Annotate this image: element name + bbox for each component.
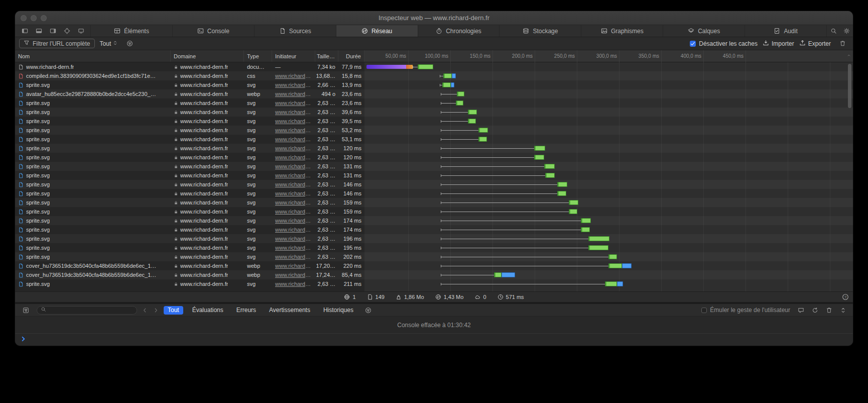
request-initiator-link[interactable]: www.richard-d… bbox=[275, 154, 312, 160]
request-initiator-link[interactable]: www.richard-d… bbox=[275, 272, 312, 278]
tab-chronologies[interactable]: Chronologies bbox=[418, 25, 500, 37]
reload-button[interactable] bbox=[809, 305, 821, 316]
previous-result-button[interactable] bbox=[142, 307, 148, 314]
request-initiator-link[interactable]: www.richard-d… bbox=[275, 227, 312, 233]
column-header-initiator[interactable]: Initiateur bbox=[272, 50, 315, 62]
table-row[interactable]: sprite.svgwww.richard-dern.frsvgwww.rich… bbox=[15, 189, 853, 198]
table-row[interactable]: sprite.svgwww.richard-dern.frsvgwww.rich… bbox=[15, 234, 853, 243]
console-prompt[interactable] bbox=[15, 334, 853, 346]
console-search-input[interactable] bbox=[49, 307, 133, 313]
request-initiator-link[interactable]: www.richard-d… bbox=[275, 109, 312, 115]
request-initiator-link[interactable]: www.richard-d… bbox=[275, 82, 312, 88]
element-picker-button[interactable] bbox=[60, 25, 73, 37]
console-scope-tout[interactable]: Tout bbox=[164, 306, 183, 315]
table-row[interactable]: sprite.svgwww.richard-dern.frsvgwww.rich… bbox=[15, 108, 853, 117]
tab-sources[interactable]: Sources bbox=[254, 25, 336, 37]
table-row[interactable]: cover_hu736519dc3b5040cfa48b6b559b6de6ec… bbox=[15, 270, 853, 279]
export-button[interactable]: Exporter bbox=[799, 40, 831, 48]
request-initiator-link[interactable]: www.richard-d… bbox=[275, 181, 312, 187]
table-row[interactable]: sprite.svgwww.richard-dern.frsvgwww.rich… bbox=[15, 117, 853, 126]
console-scope-avertissements[interactable]: Avertissements bbox=[265, 306, 314, 315]
disable-caches-checkbox[interactable]: Désactiver les caches bbox=[690, 40, 758, 47]
request-initiator-link[interactable]: www.richard-d… bbox=[275, 172, 312, 178]
clear-network-items-button[interactable] bbox=[836, 37, 849, 50]
request-initiator-link[interactable]: www.richard-d… bbox=[275, 118, 312, 124]
panel-right-button[interactable] bbox=[46, 25, 59, 37]
console-search-field[interactable] bbox=[37, 306, 137, 315]
tab-calques[interactable]: Calques bbox=[663, 25, 745, 37]
trash-button[interactable] bbox=[823, 305, 835, 316]
column-header-size[interactable]: Taille… bbox=[315, 50, 338, 62]
table-row[interactable]: www.richard-dern.frwww.richard-dern.frdo… bbox=[15, 62, 853, 71]
import-button[interactable]: Importer bbox=[763, 40, 794, 48]
request-initiator-link[interactable]: www.richard-d… bbox=[275, 281, 312, 287]
request-initiator-link[interactable]: www.richard-d… bbox=[275, 91, 312, 97]
next-result-button[interactable] bbox=[153, 307, 159, 314]
column-header-duration[interactable]: Durée bbox=[338, 50, 364, 62]
tab-reseau[interactable]: Réseau bbox=[336, 25, 418, 37]
request-initiator-link[interactable]: www.richard-d… bbox=[275, 190, 312, 196]
chevron-up-icon[interactable] bbox=[846, 53, 851, 59]
expand-chevrons-button[interactable] bbox=[837, 305, 849, 316]
tab-console[interactable]: Console bbox=[172, 25, 254, 37]
request-initiator-link[interactable]: www.richard-d… bbox=[275, 263, 312, 269]
request-initiator-link[interactable]: www.richard-d… bbox=[275, 145, 312, 151]
table-row[interactable]: sprite.svgwww.richard-dern.frsvgwww.rich… bbox=[15, 171, 853, 180]
filter-options-button[interactable] bbox=[123, 37, 136, 50]
panel-left-button[interactable] bbox=[18, 25, 31, 37]
tab-stockage[interactable]: Stockage bbox=[499, 25, 581, 37]
chevron-up-down-icon bbox=[112, 40, 118, 47]
table-row[interactable]: sprite.svgwww.richard-dern.frsvgwww.rich… bbox=[15, 225, 853, 234]
table-row[interactable]: sprite.svgwww.richard-dern.frsvgwww.rich… bbox=[15, 135, 853, 144]
message-bubble-button[interactable] bbox=[795, 305, 807, 316]
request-initiator-link[interactable]: www.richard-d… bbox=[275, 163, 312, 169]
request-initiator-link[interactable]: www.richard-d… bbox=[275, 236, 312, 242]
table-row[interactable]: sprite.svgwww.richard-dern.frsvgwww.rich… bbox=[15, 243, 853, 252]
vertical-scrollbar[interactable] bbox=[848, 64, 851, 108]
table-row[interactable]: sprite.svgwww.richard-dern.frsvgwww.rich… bbox=[15, 126, 853, 135]
request-initiator-link[interactable]: www.richard-d… bbox=[275, 245, 312, 251]
url-filter-field[interactable]: Filtrer l'URL complète bbox=[19, 39, 95, 48]
table-row[interactable]: sprite.svgwww.richard-dern.frsvgwww.rich… bbox=[15, 153, 853, 162]
console-filter-button[interactable] bbox=[19, 304, 32, 316]
table-row[interactable]: compiled.min.38390909f303624ed9e1cf1bd3f… bbox=[15, 71, 853, 80]
table-row[interactable]: cover_hu736519dc3b5040cfa48b6b559b6de6ec… bbox=[15, 261, 853, 270]
gear-button[interactable] bbox=[840, 25, 853, 37]
column-header-domain[interactable]: Domaine bbox=[171, 50, 244, 62]
column-header-type[interactable]: Type bbox=[244, 50, 272, 62]
table-row[interactable]: sprite.svgwww.richard-dern.frsvgwww.rich… bbox=[15, 144, 853, 153]
request-initiator-link[interactable]: www.richard-d… bbox=[275, 199, 312, 206]
table-row[interactable]: sprite.svgwww.richard-dern.frsvgwww.rich… bbox=[15, 279, 853, 288]
help-button[interactable]: ? bbox=[842, 293, 849, 301]
request-initiator-link[interactable]: www.richard-d… bbox=[275, 254, 312, 260]
emulate-user-gesture-checkbox[interactable]: Émuler le geste de l'utilisateur bbox=[701, 307, 790, 314]
table-row[interactable]: avatar_hu85ecc3e298728880b0bde2dcc4e5c23… bbox=[15, 89, 853, 98]
console-scope-historiques[interactable]: Historiques bbox=[319, 306, 357, 315]
tab-audit[interactable]: Audit bbox=[745, 25, 826, 37]
console-filter-options-button[interactable] bbox=[362, 304, 375, 316]
type-filter-popup[interactable]: Tout bbox=[100, 40, 118, 47]
search-button[interactable] bbox=[827, 25, 840, 37]
tab-elements[interactable]: Éléments bbox=[90, 25, 172, 37]
table-row[interactable]: sprite.svgwww.richard-dern.frsvgwww.rich… bbox=[15, 216, 853, 225]
request-initiator-link[interactable]: www.richard-d… bbox=[275, 127, 312, 133]
table-row[interactable]: sprite.svgwww.richard-dern.frsvgwww.rich… bbox=[15, 252, 853, 261]
request-initiator-link[interactable]: www.richard-d… bbox=[275, 218, 312, 224]
console-scope-evaluations[interactable]: Évaluations bbox=[188, 306, 227, 315]
console-scope-erreurs[interactable]: Erreurs bbox=[232, 306, 260, 315]
table-row[interactable]: sprite.svgwww.richard-dern.frsvgwww.rich… bbox=[15, 80, 853, 89]
device-button[interactable] bbox=[74, 25, 87, 37]
request-initiator-link[interactable]: www.richard-d… bbox=[275, 73, 312, 79]
table-row[interactable]: sprite.svgwww.richard-dern.frsvgwww.rich… bbox=[15, 162, 853, 171]
request-initiator-link[interactable]: www.richard-d… bbox=[275, 136, 312, 142]
title-bar[interactable]: Inspecteur web — www.richard-dern.fr bbox=[15, 11, 853, 25]
request-initiator-link[interactable]: www.richard-d… bbox=[275, 209, 312, 215]
table-row[interactable]: sprite.svgwww.richard-dern.frsvgwww.rich… bbox=[15, 180, 853, 189]
table-row[interactable]: sprite.svgwww.richard-dern.frsvgwww.rich… bbox=[15, 207, 853, 216]
tab-graphismes[interactable]: Graphismes bbox=[581, 25, 663, 37]
table-row[interactable]: sprite.svgwww.richard-dern.frsvgwww.rich… bbox=[15, 98, 853, 108]
table-row[interactable]: sprite.svgwww.richard-dern.frsvgwww.rich… bbox=[15, 198, 853, 207]
column-header-name[interactable]: Nom bbox=[15, 50, 171, 62]
request-initiator-link[interactable]: www.richard-d… bbox=[275, 100, 312, 106]
panel-bottom-button[interactable] bbox=[32, 25, 45, 37]
